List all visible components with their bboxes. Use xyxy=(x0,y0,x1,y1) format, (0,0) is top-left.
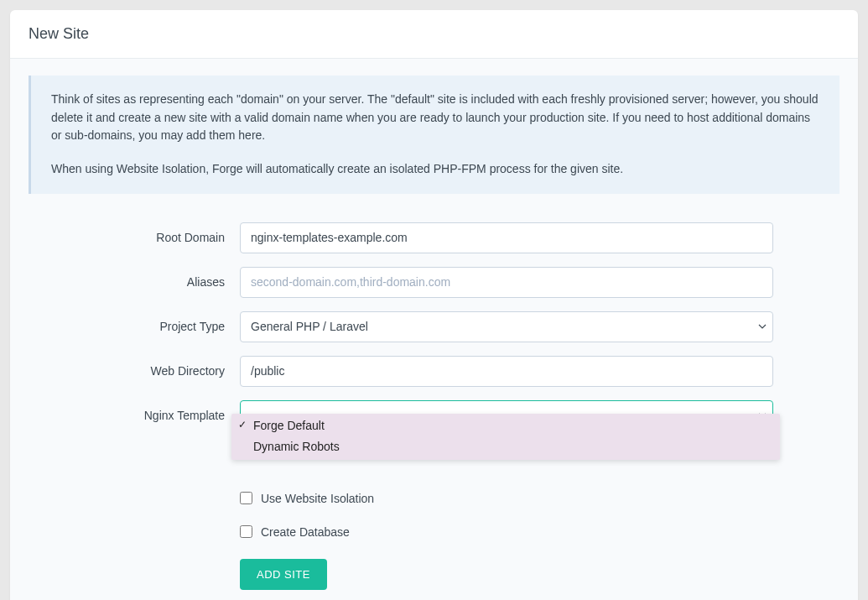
project-type-label: Project Type xyxy=(29,320,240,333)
card-body: Think of sites as representing each "dom… xyxy=(10,59,858,600)
root-domain-row: Root Domain xyxy=(29,222,839,253)
use-isolation-label[interactable]: Use Website Isolation xyxy=(261,492,374,505)
create-database-label[interactable]: Create Database xyxy=(261,525,350,539)
info-text-2: When using Website Isolation, Forge will… xyxy=(51,160,819,179)
aliases-label: Aliases xyxy=(29,275,240,289)
project-type-select[interactable]: General PHP / Laravel xyxy=(240,311,773,342)
create-database-row: Create Database xyxy=(29,525,839,539)
nginx-template-label: Nginx Template xyxy=(29,409,240,422)
use-isolation-row: Use Website Isolation xyxy=(29,492,839,505)
info-text-1: Think of sites as representing each "dom… xyxy=(51,91,819,145)
nginx-template-option-default[interactable]: Forge Default xyxy=(231,415,780,437)
aliases-input[interactable] xyxy=(240,267,773,298)
info-box: Think of sites as representing each "dom… xyxy=(29,76,839,194)
root-domain-input[interactable] xyxy=(240,222,773,253)
nginx-template-option-dynamic-robots[interactable]: Dynamic Robots xyxy=(231,436,780,458)
web-directory-row: Web Directory xyxy=(29,356,839,387)
submit-row: ADD SITE xyxy=(29,559,839,590)
use-isolation-checkbox[interactable] xyxy=(240,492,252,504)
aliases-row: Aliases xyxy=(29,267,839,298)
create-database-checkbox[interactable] xyxy=(240,525,252,538)
nginx-template-row: Nginx Template Forge Default Dynamic Rob… xyxy=(29,400,839,431)
page-title: New Site xyxy=(29,25,839,43)
nginx-template-dropdown: Forge Default Dynamic Robots xyxy=(231,414,780,460)
new-site-form: Root Domain Aliases Project Type General… xyxy=(29,222,839,590)
new-site-card: New Site Think of sites as representing … xyxy=(10,10,858,600)
card-header: New Site xyxy=(10,10,858,59)
root-domain-label: Root Domain xyxy=(29,231,240,244)
project-type-row: Project Type General PHP / Laravel xyxy=(29,311,839,342)
web-directory-input[interactable] xyxy=(240,356,773,387)
add-site-button[interactable]: ADD SITE xyxy=(240,559,327,590)
web-directory-label: Web Directory xyxy=(29,364,240,378)
